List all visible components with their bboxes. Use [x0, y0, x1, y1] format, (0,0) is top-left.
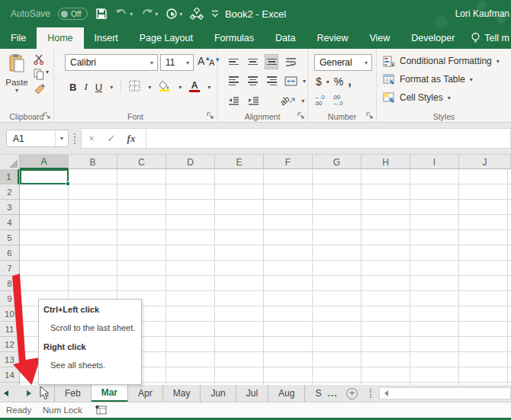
underline-button[interactable]: U: [95, 82, 102, 93]
scrollbar-left-arrow[interactable]: [384, 390, 388, 396]
customize-qat-button[interactable]: [211, 9, 219, 18]
copy-dropdown-caret[interactable]: ▾: [46, 69, 49, 80]
row-header-12[interactable]: 12: [0, 337, 19, 352]
font-color-dropdown-caret[interactable]: ▾: [207, 84, 211, 91]
bottom-align-button[interactable]: [265, 54, 278, 69]
column-header-e[interactable]: E: [215, 155, 264, 169]
column-header-i[interactable]: I: [410, 155, 459, 169]
conditional-formatting-button[interactable]: Conditional Formatting ▾: [383, 52, 500, 70]
wrap-text-button[interactable]: [284, 54, 297, 69]
redo-dropdown-caret[interactable]: ▾: [155, 11, 158, 18]
clipboard-dialog-launcher[interactable]: [43, 112, 51, 120]
accounting-format-caret[interactable]: ▾: [326, 79, 329, 85]
accounting-format-button[interactable]: $: [316, 75, 322, 88]
sheetbar-splitter[interactable]: [370, 389, 371, 398]
column-header-g[interactable]: G: [313, 155, 362, 169]
sheet-tab-s[interactable]: S: [305, 385, 323, 402]
hierarchy-button[interactable]: [190, 8, 204, 21]
sheet-tab-jun[interactable]: Jun: [201, 385, 236, 402]
formula-bar-resizer[interactable]: [74, 133, 76, 144]
tab-formulas[interactable]: Formulas: [204, 27, 265, 49]
hidden-sheets-left-ellipsis[interactable]: ...: [35, 385, 54, 402]
horizontal-scrollbar[interactable]: [379, 387, 511, 399]
redo-button[interactable]: ▾: [140, 8, 158, 19]
select-all-button[interactable]: [0, 155, 20, 169]
scroll-last-sheet-button[interactable]: [23, 385, 35, 402]
row-header-1[interactable]: 1: [0, 169, 19, 184]
borders-dropdown-caret[interactable]: ▾: [148, 84, 151, 91]
cancel-button[interactable]: ×: [82, 133, 101, 144]
row-header-4[interactable]: 4: [0, 215, 19, 230]
copy-button[interactable]: ▾: [34, 69, 49, 80]
comma-style-button[interactable]: ,: [348, 75, 351, 88]
paste-dropdown-caret[interactable]: ▾: [4, 87, 30, 94]
touch-mouse-mode-button[interactable]: ▾: [166, 8, 182, 21]
sheet-tab-feb[interactable]: Feb: [55, 385, 92, 402]
insert-function-button[interactable]: fx: [121, 133, 141, 145]
number-format-combo[interactable]: General▾: [314, 54, 372, 71]
fill-color-button[interactable]: [159, 79, 171, 95]
sheet-tab-mar[interactable]: Mar: [92, 385, 128, 402]
font-size-combo[interactable]: 11▾: [160, 54, 194, 71]
tab-developer[interactable]: Developer: [400, 27, 465, 49]
font-family-combo[interactable]: Calibri▾: [65, 54, 158, 71]
row-header-3[interactable]: 3: [0, 200, 19, 215]
touch-mode-dropdown-caret[interactable]: ▾: [179, 11, 182, 18]
sheet-tab-may[interactable]: May: [163, 385, 201, 402]
borders-button[interactable]: [129, 80, 140, 95]
decrease-indent-button[interactable]: [227, 93, 240, 108]
format-painter-button[interactable]: [34, 84, 46, 98]
align-center-button[interactable]: [246, 73, 259, 88]
scroll-first-sheet-button[interactable]: [0, 385, 12, 402]
merge-center-button[interactable]: [284, 73, 297, 88]
align-right-button[interactable]: [265, 73, 278, 88]
column-header-c[interactable]: C: [117, 155, 166, 169]
italic-button[interactable]: I: [84, 81, 87, 93]
row-header-5[interactable]: 5: [0, 230, 19, 245]
tell-me-box[interactable]: Tell m: [471, 27, 511, 49]
cut-button[interactable]: [34, 54, 46, 68]
row-header-8[interactable]: 8: [0, 276, 19, 291]
user-name[interactable]: Lori Kaufman: [455, 0, 509, 27]
macro-record-icon[interactable]: [95, 405, 107, 415]
middle-align-button[interactable]: [246, 54, 259, 69]
undo-dropdown-caret[interactable]: ▾: [130, 11, 133, 18]
name-box-caret[interactable]: ▾: [55, 130, 68, 146]
increase-decimal-button[interactable]: ←.0.00: [314, 95, 325, 107]
tab-data[interactable]: Data: [265, 27, 306, 49]
format-as-table-button[interactable]: Format as Table ▾: [383, 70, 473, 88]
paste-button[interactable]: Paste ▾: [4, 53, 30, 94]
font-family-caret[interactable]: ▾: [146, 59, 157, 66]
active-cell-a1[interactable]: [20, 169, 69, 184]
row-header-13[interactable]: 13: [0, 352, 19, 367]
merge-center-caret[interactable]: ▾: [303, 78, 306, 85]
new-sheet-button[interactable]: +: [342, 385, 362, 402]
row-header-6[interactable]: 6: [0, 245, 19, 261]
underline-dropdown-caret[interactable]: ▾: [110, 84, 113, 91]
font-size-caret[interactable]: ▾: [182, 59, 193, 66]
tab-review[interactable]: Review: [306, 27, 358, 49]
percent-style-button[interactable]: %: [334, 75, 343, 88]
sheet-tab-jul[interactable]: Jul: [236, 385, 268, 402]
hidden-sheets-right-ellipsis[interactable]: ...: [323, 385, 342, 402]
cell-styles-button[interactable]: Cell Styles ▾: [383, 88, 451, 107]
row-header-2[interactable]: 2: [0, 184, 19, 200]
autosave-toggle[interactable]: Off: [58, 8, 88, 20]
column-header-f[interactable]: F: [264, 155, 313, 169]
row-header-9[interactable]: 9: [0, 291, 19, 306]
number-dialog-launcher[interactable]: [366, 112, 374, 120]
tab-view[interactable]: View: [358, 27, 400, 49]
row-header-10[interactable]: 10: [0, 306, 19, 322]
bold-button[interactable]: B: [69, 82, 76, 93]
align-left-button[interactable]: [227, 73, 240, 88]
tab-insert[interactable]: Insert: [84, 27, 129, 49]
font-color-button[interactable]: A: [189, 82, 200, 92]
orientation-button[interactable]: ab: [280, 93, 295, 108]
tab-file[interactable]: File: [0, 27, 37, 49]
number-format-caret[interactable]: ▾: [361, 59, 371, 66]
font-dialog-launcher[interactable]: [207, 112, 214, 120]
alignment-dialog-launcher[interactable]: [297, 112, 305, 120]
sheet-tab-apr[interactable]: Apr: [128, 385, 163, 402]
column-header-a[interactable]: A: [20, 155, 69, 169]
row-header-11[interactable]: 11: [0, 322, 19, 337]
